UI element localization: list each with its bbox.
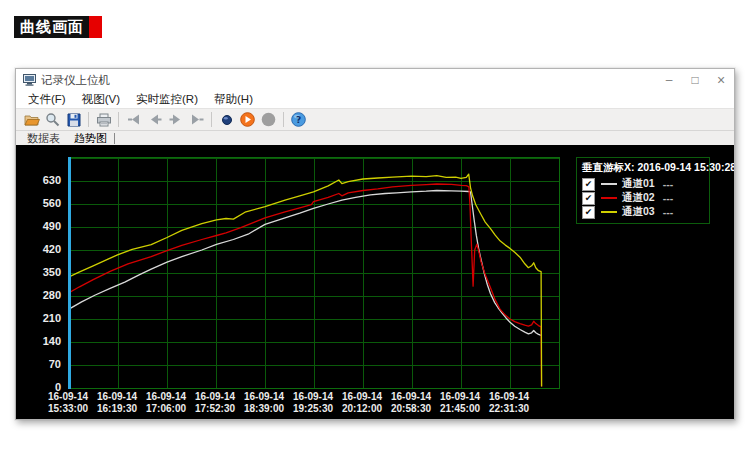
y-tick-label: 630	[17, 174, 61, 186]
minimize-button[interactable]: –	[656, 69, 682, 91]
channel-01-label: 通道01	[622, 177, 655, 191]
tab-data-table[interactable]: 数据表	[20, 131, 67, 145]
x-tick-label: 16-09-1420:12:00	[331, 391, 393, 414]
step-forward-icon[interactable]	[165, 110, 186, 129]
legend-channel-row: ✔ 通道01 ---	[582, 177, 704, 191]
channel-02-checkbox[interactable]: ✔	[582, 192, 595, 205]
step-back-icon[interactable]	[144, 110, 165, 129]
menu-help[interactable]: 帮助(H)	[206, 91, 261, 108]
toolbar: ?	[16, 108, 734, 131]
menu-file[interactable]: 文件(F)	[20, 91, 74, 108]
x-tick-label: 16-09-1421:45:00	[429, 391, 491, 414]
toolbar-separator	[88, 112, 89, 127]
y-tick-label: 210	[17, 312, 61, 324]
tab-divider	[114, 133, 115, 144]
page: 曲线画面 记录仪上位机 – □ × 文件(F) 视图(V) 实时监控(R) 帮助…	[0, 0, 750, 456]
x-tick-label: 16-09-1416:19:30	[86, 391, 148, 414]
y-tick-label: 420	[17, 243, 61, 255]
channel-01-value: ---	[663, 178, 674, 190]
toolbar-separator	[211, 112, 212, 127]
y-tick-label: 280	[17, 289, 61, 301]
y-tick-label: 560	[17, 197, 61, 209]
y-tick-label: 350	[17, 266, 61, 278]
channel-03-label: 通道03	[622, 205, 655, 219]
x-tick-label: 16-09-1418:39:00	[233, 391, 295, 414]
connect-icon[interactable]	[216, 110, 237, 129]
open-file-icon[interactable]	[21, 110, 42, 129]
svg-text:?: ?	[296, 115, 301, 125]
app-window: 记录仪上位机 – □ × 文件(F) 视图(V) 实时监控(R) 帮助(H)	[15, 68, 735, 420]
legend-channel-row: ✔ 通道02 ---	[582, 191, 704, 205]
y-tick-label: 140	[17, 335, 61, 347]
page-label: 曲线画面	[14, 16, 102, 38]
channel-02-value: ---	[663, 192, 674, 204]
print-icon[interactable]	[93, 110, 114, 129]
y-tick-label: 490	[17, 220, 61, 232]
menu-realtime-monitor[interactable]: 实时监控(R)	[128, 91, 206, 108]
trend-plot	[69, 158, 559, 388]
x-tick-label: 16-09-1419:25:30	[282, 391, 344, 414]
step-last-icon[interactable]	[186, 110, 207, 129]
window-controls: – □ ×	[656, 69, 734, 91]
start-monitor-icon[interactable]	[237, 110, 258, 129]
legend-channel-row: ✔ 通道03 ---	[582, 205, 704, 219]
channel-02-label: 通道02	[622, 191, 655, 205]
vertical-cursor-line[interactable]	[68, 157, 71, 389]
page-label-red-block	[89, 16, 102, 38]
app-icon	[23, 74, 36, 86]
channel-03-checkbox[interactable]: ✔	[582, 206, 595, 219]
channel-02-color-swatch	[601, 197, 617, 199]
channel-03-value: ---	[663, 206, 674, 218]
page-label-text: 曲线画面	[14, 16, 89, 38]
maximize-button[interactable]: □	[682, 69, 708, 91]
titlebar: 记录仪上位机 – □ ×	[16, 69, 734, 91]
window-title: 记录仪上位机	[41, 73, 656, 88]
save-icon[interactable]	[63, 110, 84, 129]
close-button[interactable]: ×	[708, 69, 734, 91]
x-tick-label: 16-09-1420:58:30	[380, 391, 442, 414]
menu-view[interactable]: 视图(V)	[74, 91, 128, 108]
tabbar: 数据表 趋势图	[16, 131, 734, 145]
chart-panel: 070140210280350420490560630 16-09-1415:3…	[16, 145, 734, 419]
y-tick-label: 70	[17, 358, 61, 370]
menubar: 文件(F) 视图(V) 实时监控(R) 帮助(H)	[16, 91, 734, 108]
legend-box: 垂直游标X: 2016-09-14 15:30:28 ✔ 通道01 --- ✔ …	[576, 157, 710, 224]
y-tick-label: 0	[17, 381, 61, 393]
toolbar-separator	[118, 112, 119, 127]
y-axis: 070140210280350420490560630	[16, 145, 64, 419]
tab-trend-chart[interactable]: 趋势图	[67, 131, 114, 145]
channel-03-color-swatch	[601, 211, 617, 213]
legend-title: 垂直游标X: 2016-09-14 15:30:28	[582, 161, 704, 175]
plot-area[interactable]	[68, 157, 560, 389]
step-first-icon[interactable]	[123, 110, 144, 129]
channel-01-checkbox[interactable]: ✔	[582, 178, 595, 191]
toolbar-separator	[283, 112, 284, 127]
search-icon[interactable]	[42, 110, 63, 129]
x-tick-label: 16-09-1417:52:30	[184, 391, 246, 414]
channel-01-color-swatch	[601, 183, 617, 185]
stop-record-icon[interactable]	[258, 110, 279, 129]
help-icon[interactable]: ?	[288, 110, 309, 129]
x-tick-label: 16-09-1422:31:30	[478, 391, 540, 414]
x-tick-label: 16-09-1417:06:00	[135, 391, 197, 414]
